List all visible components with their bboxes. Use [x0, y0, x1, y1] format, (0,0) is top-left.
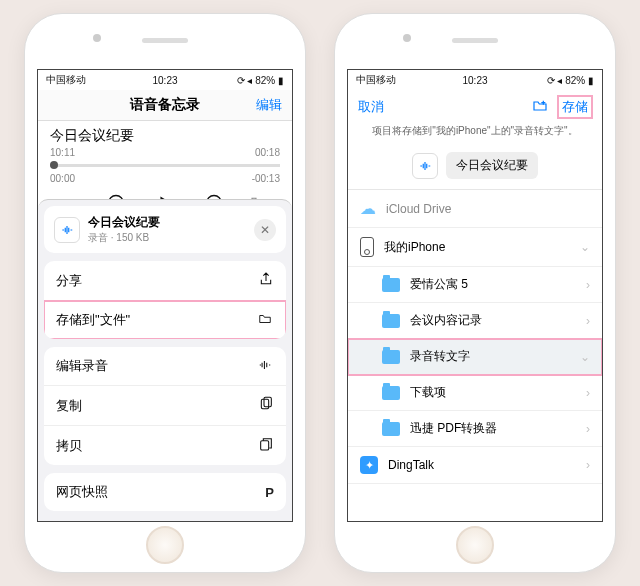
- nav-title: 语音备忘录: [130, 96, 200, 114]
- loc-dingtalk[interactable]: ✦ DingTalk ›: [348, 447, 602, 484]
- home-button[interactable]: [456, 526, 494, 564]
- audio-file-icon: [54, 217, 80, 243]
- pos-start: 00:00: [50, 173, 75, 184]
- action-save-to-files[interactable]: 存储到"文件": [44, 301, 286, 339]
- folder-icon: [382, 314, 400, 328]
- edit-button[interactable]: 编辑: [256, 96, 282, 114]
- folder-icon: [382, 278, 400, 292]
- chevron-right-icon: ›: [586, 278, 590, 292]
- folder-icon: [382, 386, 400, 400]
- close-icon[interactable]: ✕: [254, 219, 276, 241]
- dingtalk-icon: ✦: [360, 456, 378, 474]
- sheet-title: 今日会议纪要: [88, 214, 160, 231]
- status-battery: ⟳ ◂ 82% ▮: [237, 75, 284, 86]
- chevron-down-icon: ⌄: [580, 350, 590, 364]
- folder-aiqing[interactable]: 爱情公寓 5 ›: [348, 267, 602, 303]
- chevron-right-icon: ›: [586, 458, 590, 472]
- folder-audio-to-text[interactable]: 录音转文字 ⌄: [348, 339, 602, 375]
- svg-rect-6: [261, 441, 269, 450]
- navbar: 语音备忘录 编辑: [38, 90, 292, 121]
- status-bar: 中国移动 10:23 ⟳ ◂ 82% ▮: [38, 70, 292, 90]
- loc-icloud[interactable]: ☁︎ iCloud Drive: [348, 190, 602, 228]
- chevron-right-icon: ›: [586, 422, 590, 436]
- location-list: ☁︎ iCloud Drive 我的iPhone ⌄ 爱情公寓 5 › 会议内容…: [348, 189, 602, 484]
- share-sheet: 今日会议纪要 录音 · 150 KB ✕ 分享 存储到"文件": [38, 199, 292, 522]
- folder-icon: [256, 312, 274, 329]
- sheet-sub: 录音 · 150 KB: [88, 231, 160, 245]
- camera-dot: [403, 34, 411, 42]
- action-share[interactable]: 分享: [44, 261, 286, 301]
- save-button[interactable]: 存储: [558, 96, 592, 118]
- folder-icon: [382, 350, 400, 364]
- phone-icon: [360, 237, 374, 257]
- speaker-slot: [142, 38, 188, 43]
- memo-title: 今日会议纪要: [50, 127, 280, 145]
- status-battery: ⟳ ◂ 82% ▮: [547, 75, 594, 86]
- waveform-icon: [256, 358, 274, 375]
- sheet-header: 今日会议纪要 录音 · 150 KB ✕: [44, 206, 286, 253]
- save-hint: 项目将存储到"我的iPhone"上的"录音转文字"。: [348, 124, 602, 146]
- svg-rect-5: [264, 397, 271, 406]
- chevron-right-icon: ›: [586, 314, 590, 328]
- action-copy[interactable]: 复制: [44, 386, 286, 426]
- cancel-button[interactable]: 取消: [358, 98, 384, 116]
- home-button[interactable]: [146, 526, 184, 564]
- action-edit-audio[interactable]: 编辑录音: [44, 347, 286, 386]
- folder-pdf[interactable]: 迅捷 PDF转换器 ›: [348, 411, 602, 447]
- speaker-slot: [452, 38, 498, 43]
- file-name-field[interactable]: 今日会议纪要: [446, 152, 538, 179]
- chevron-right-icon: ›: [586, 386, 590, 400]
- cloud-icon: ☁︎: [360, 199, 376, 218]
- status-time: 10:23: [152, 75, 177, 86]
- status-time: 10:23: [462, 75, 487, 86]
- phone-right: 中国移动 10:23 ⟳ ◂ 82% ▮ 取消 存储 项目将存储到"我的iPho…: [334, 13, 616, 573]
- duplicate-icon: [258, 436, 274, 455]
- audio-file-icon: [412, 153, 438, 179]
- files-navbar: 取消 存储: [348, 90, 602, 124]
- status-bar: 中国移动 10:23 ⟳ ◂ 82% ▮: [348, 70, 602, 90]
- memo-duration: 00:18: [255, 147, 280, 158]
- playback-timeline[interactable]: [50, 164, 280, 167]
- screen-voice-memos: 中国移动 10:23 ⟳ ◂ 82% ▮ 语音备忘录 编辑 今日会议纪要 10:…: [37, 69, 293, 522]
- memo-time: 10:11: [50, 147, 75, 158]
- folder-meeting[interactable]: 会议内容记录 ›: [348, 303, 602, 339]
- camera-dot: [93, 34, 101, 42]
- new-folder-icon[interactable]: [530, 98, 550, 117]
- share-icon: [258, 271, 274, 290]
- file-preview: 今日会议纪要: [348, 146, 602, 189]
- folder-icon: [382, 422, 400, 436]
- action-webclip[interactable]: 网页快照 P: [44, 473, 286, 511]
- folder-downloads[interactable]: 下载项 ›: [348, 375, 602, 411]
- loc-my-iphone[interactable]: 我的iPhone ⌄: [348, 228, 602, 267]
- status-carrier: 中国移动: [356, 73, 396, 87]
- status-carrier: 中国移动: [46, 73, 86, 87]
- phone-left: 中国移动 10:23 ⟳ ◂ 82% ▮ 语音备忘录 编辑 今日会议纪要 10:…: [24, 13, 306, 573]
- pos-end: -00:13: [252, 173, 280, 184]
- pocket-icon: P: [265, 485, 274, 500]
- svg-rect-4: [261, 399, 268, 408]
- screen-files-save: 中国移动 10:23 ⟳ ◂ 82% ▮ 取消 存储 项目将存储到"我的iPho…: [347, 69, 603, 522]
- action-duplicate[interactable]: 拷贝: [44, 426, 286, 465]
- copy-icon: [258, 396, 274, 415]
- chevron-down-icon: ⌄: [580, 240, 590, 254]
